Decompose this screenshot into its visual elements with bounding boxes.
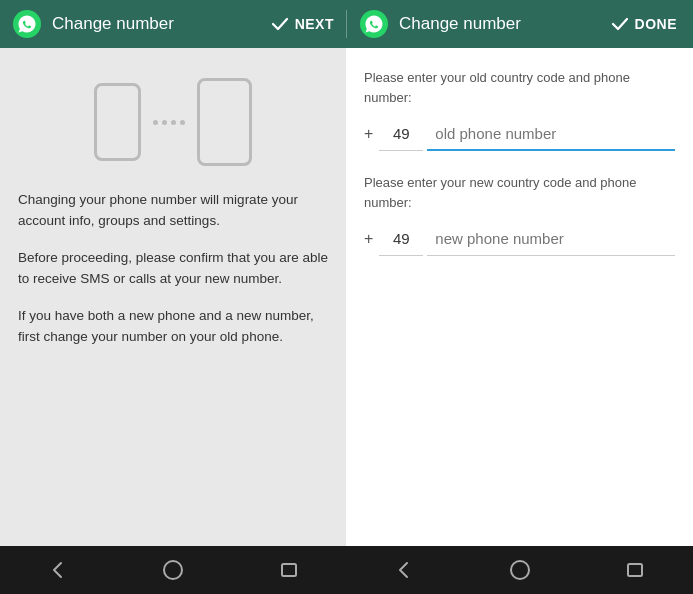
- old-plus-sign: +: [364, 125, 373, 143]
- phone-new-icon: [197, 78, 252, 166]
- whatsapp-logo-left: [12, 9, 42, 39]
- right-panel: Please enter your old country code and p…: [346, 48, 693, 546]
- back-button-left[interactable]: [47, 559, 69, 581]
- top-bar-right-title: Change number: [399, 14, 521, 34]
- dot-4: [180, 120, 185, 125]
- recents-button-left[interactable]: [278, 559, 300, 581]
- info-text-3: If you have both a new phone and a new n…: [18, 306, 328, 348]
- back-button-right[interactable]: [393, 559, 415, 581]
- next-button[interactable]: NEXT: [271, 15, 334, 33]
- top-bar-right: Change number DONE: [347, 0, 693, 48]
- done-button[interactable]: DONE: [611, 15, 677, 33]
- transfer-dots: [153, 120, 185, 125]
- new-country-code-input[interactable]: [379, 222, 423, 256]
- new-number-label: Please enter your new country code and p…: [364, 173, 675, 212]
- bottom-nav: [0, 546, 693, 594]
- old-number-section: Please enter your old country code and p…: [364, 68, 675, 151]
- left-panel: Changing your phone number will migrate …: [0, 48, 346, 546]
- new-number-section: Please enter your new country code and p…: [364, 173, 675, 256]
- top-bar-left-title: Change number: [52, 14, 174, 34]
- check-icon-next: [271, 15, 289, 33]
- new-number-input-row: +: [364, 222, 675, 256]
- top-bar: Change number NEXT Change number DONE: [0, 0, 693, 48]
- new-phone-input[interactable]: [427, 222, 675, 256]
- svg-point-2: [164, 561, 182, 579]
- svg-point-4: [511, 561, 529, 579]
- dot-3: [171, 120, 176, 125]
- done-label: DONE: [635, 16, 677, 32]
- dot-2: [162, 120, 167, 125]
- main-content: Changing your phone number will migrate …: [0, 48, 693, 546]
- dot-1: [153, 120, 158, 125]
- whatsapp-logo-right: [359, 9, 389, 39]
- old-phone-input[interactable]: [427, 117, 675, 151]
- recents-button-right[interactable]: [624, 559, 646, 581]
- old-country-code-input[interactable]: [379, 117, 423, 151]
- svg-rect-3: [282, 564, 296, 576]
- old-number-label: Please enter your old country code and p…: [364, 68, 675, 107]
- home-button-left[interactable]: [162, 559, 184, 581]
- new-plus-sign: +: [364, 230, 373, 248]
- check-icon-done: [611, 15, 629, 33]
- phone-illustration: [18, 78, 328, 166]
- info-text-2: Before proceeding, please confirm that y…: [18, 248, 328, 290]
- phone-old-icon: [94, 83, 141, 161]
- old-number-input-row: +: [364, 117, 675, 151]
- info-text-1: Changing your phone number will migrate …: [18, 190, 328, 232]
- home-button-right[interactable]: [509, 559, 531, 581]
- next-label: NEXT: [295, 16, 334, 32]
- svg-rect-5: [628, 564, 642, 576]
- top-bar-left: Change number NEXT: [0, 0, 346, 48]
